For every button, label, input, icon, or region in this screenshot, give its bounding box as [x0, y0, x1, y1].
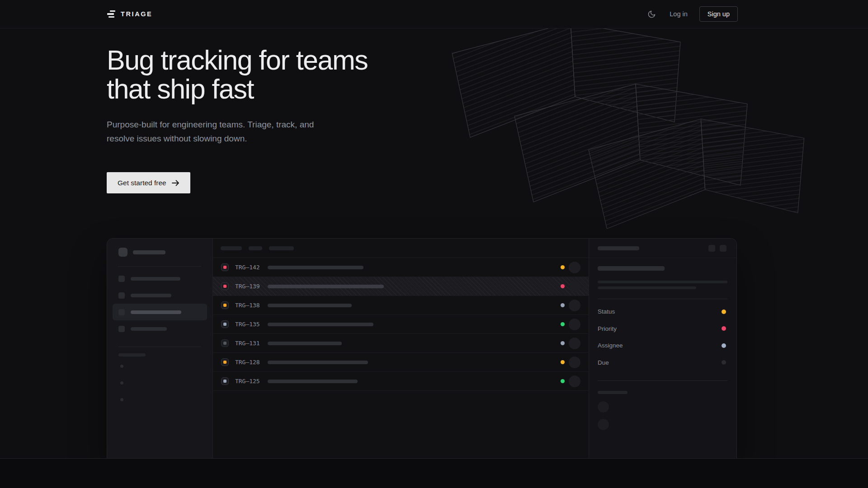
page: TRIAGE Log in Sign up Bug tracking for t… — [0, 0, 868, 488]
issue-status-dot — [561, 360, 565, 364]
issue-list: TRG–142 TRG–139 TRG–138 TRG–135 TRG– — [213, 258, 589, 391]
detail-action-icon — [708, 245, 715, 252]
nav-item-label-skeleton — [131, 310, 181, 314]
signup-button[interactable]: Sign up — [699, 6, 738, 22]
detail-action-icon — [720, 245, 726, 252]
issue-type-icon — [221, 358, 229, 366]
issue-type-icon — [221, 339, 229, 347]
nav-item-icon — [118, 326, 125, 332]
issue-title-skeleton — [268, 285, 384, 288]
issue-assignee-avatar — [569, 357, 580, 368]
sidebar-nav-item — [113, 287, 207, 304]
detail-header — [589, 239, 736, 258]
issue-row: TRG–139 — [213, 277, 589, 296]
activity-avatars — [598, 401, 727, 430]
field-value-dot — [722, 360, 726, 365]
issue-description-skeleton — [598, 281, 727, 283]
field-label: Priority — [598, 325, 617, 332]
field-value-dot — [722, 343, 726, 348]
issue-status-dot — [561, 284, 565, 288]
detail-header-buttons — [708, 245, 726, 252]
field-label: Status — [598, 308, 615, 315]
nav-item-label-skeleton — [131, 294, 171, 297]
field-value-dot — [722, 326, 726, 331]
issue-assignee-avatar — [569, 281, 580, 292]
issue-type-icon — [221, 263, 229, 271]
issue-status-dot — [561, 265, 565, 269]
issue-title-skeleton — [268, 380, 358, 383]
issue-id: TRG–131 — [235, 340, 268, 347]
brand-logo[interactable]: TRIAGE — [107, 10, 152, 18]
nav-item-icon — [118, 276, 125, 282]
nav-item-icon — [118, 309, 125, 315]
avatar — [598, 419, 609, 430]
avatar — [598, 401, 609, 413]
issue-id: TRG–128 — [235, 359, 268, 366]
field-value-dot — [722, 310, 726, 314]
sidebar-nav-item-active — [113, 304, 207, 320]
workspace-switcher — [107, 239, 212, 257]
detail-title-skeleton — [598, 246, 639, 250]
preview-sidebar — [107, 239, 213, 458]
theme-toggle-button[interactable] — [646, 8, 658, 20]
issue-list-panel: TRG–142 TRG–139 TRG–138 TRG–135 TRG– — [213, 239, 589, 458]
sidebar-divider — [118, 347, 201, 347]
issue-type-icon — [221, 377, 229, 385]
issue-status-dot — [561, 341, 565, 345]
activity-label-skeleton — [598, 391, 627, 394]
footer-band — [0, 458, 868, 488]
issue-detail-panel: Status Priority Assignee Due — [589, 239, 736, 458]
sidebar-nav — [107, 267, 212, 337]
issue-id: TRG–138 — [235, 302, 268, 309]
hero-subtitle-line1: Purpose-built for engineering teams. Tri… — [107, 118, 368, 132]
sidebar-project-dots — [107, 357, 212, 401]
issue-row: TRG–128 — [213, 353, 589, 372]
issue-assignee-avatar — [569, 375, 580, 387]
detail-field-row: Priority — [598, 320, 727, 338]
detail-field-row: Status — [598, 303, 727, 320]
workspace-icon — [118, 248, 127, 257]
filter-pill-skeleton — [269, 246, 294, 250]
issue-row: TRG–138 — [213, 296, 589, 315]
workspace-name-skeleton — [133, 250, 165, 254]
issue-id: TRG–125 — [235, 378, 268, 385]
hero-title-line2: that ship fast — [107, 74, 254, 104]
moon-icon — [647, 10, 656, 19]
issue-type-icon — [221, 282, 229, 290]
hero-subtitle-line2: resolve issues without slowing down. — [107, 132, 368, 146]
issue-row: TRG–125 — [213, 372, 589, 391]
issue-id: TRG–135 — [235, 321, 268, 328]
top-nav: TRIAGE Log in Sign up — [0, 0, 868, 28]
issue-title-skeleton — [268, 342, 342, 345]
get-started-button[interactable]: Get started free — [107, 172, 190, 193]
issue-row: TRG–135 — [213, 315, 589, 334]
detail-divider — [598, 299, 727, 299]
issue-title-skeleton — [268, 323, 373, 326]
sidebar-nav-item — [113, 270, 207, 287]
filter-pill-skeleton — [249, 246, 262, 250]
issue-title-skeleton — [268, 304, 352, 307]
sidebar-section-label-skeleton — [118, 353, 146, 357]
issue-type-icon — [221, 301, 229, 309]
arrow-right-icon — [172, 180, 179, 186]
nav-item-icon — [118, 292, 125, 299]
detail-fields: Status Priority Assignee Due — [598, 303, 727, 371]
issue-status-dot — [561, 303, 565, 307]
issue-title-skeleton — [598, 266, 665, 271]
issue-status-dot — [561, 379, 565, 383]
login-link[interactable]: Log in — [670, 10, 688, 18]
hero-title-line1: Bug tracking for teams — [107, 45, 368, 75]
field-label: Due — [598, 359, 609, 366]
detail-field-row: Due — [598, 354, 727, 371]
issue-title-skeleton — [268, 361, 368, 364]
issue-status-dot — [561, 322, 565, 326]
issue-assignee-avatar — [569, 319, 580, 330]
issue-assignee-avatar — [569, 338, 580, 349]
issue-list-header — [213, 239, 589, 258]
triage-bars-icon — [107, 10, 116, 18]
issue-row: TRG–131 — [213, 334, 589, 353]
filter-pill-skeleton — [221, 246, 242, 250]
detail-field-row: Assignee — [598, 337, 727, 354]
issue-row: TRG–142 — [213, 258, 589, 277]
hero-title: Bug tracking for teams that ship fast — [107, 46, 368, 103]
